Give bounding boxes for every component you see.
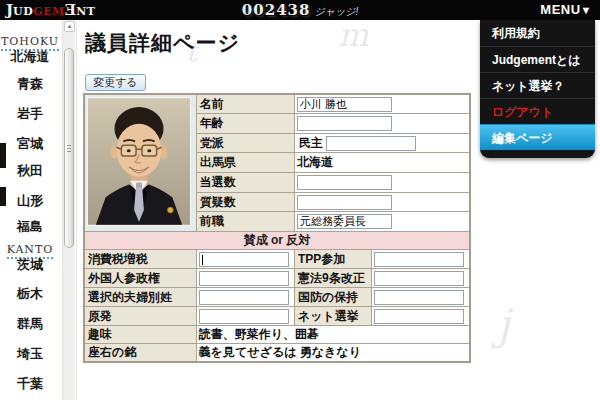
stance-label-net-election: ネット選挙 xyxy=(295,307,372,326)
chevron-down-icon: ▼ xyxy=(581,4,592,16)
sidebar-item-aomori[interactable]: 青森 xyxy=(0,75,60,93)
menu-toggle-label: MENU xyxy=(540,2,580,17)
sidebar-item-saitama[interactable]: 埼玉 xyxy=(0,345,60,363)
separate-surnames-input[interactable] xyxy=(199,290,289,305)
field-label-prefecture: 出馬県 xyxy=(196,153,294,173)
menu-item-terms[interactable]: 利用規約 xyxy=(480,20,595,46)
field-label-name: 名前 xyxy=(196,94,294,114)
party-input[interactable] xyxy=(326,136,416,151)
judge-counter-suffix: ジャッジ! xyxy=(314,6,358,17)
stance-section-header: 賛成 or 反対 xyxy=(84,232,470,250)
watermark-letter: j xyxy=(497,300,510,349)
table-row: 選択的夫婦別姓 国防の保持 xyxy=(84,288,470,307)
edge-mark xyxy=(0,187,6,206)
politician-photo-image xyxy=(87,97,191,226)
sidebar-item-gunma[interactable]: 群馬 xyxy=(0,315,60,333)
consumption-tax-input[interactable] xyxy=(199,252,289,267)
foreign-suffrage-input[interactable] xyxy=(199,271,289,286)
sidebar-item-yamagata[interactable]: 山形 xyxy=(0,192,60,210)
previous-job-input[interactable] xyxy=(297,214,392,229)
menu-toggle[interactable]: MENU▼ xyxy=(540,0,592,20)
page-title: 議員詳細ページ xyxy=(85,29,240,57)
sidebar-item-chiba[interactable]: 千葉 xyxy=(0,375,60,393)
table-row: 名前 xyxy=(84,94,470,114)
field-label-motto: 座右の銘 xyxy=(84,344,196,363)
name-input[interactable] xyxy=(297,97,392,112)
scrollbar-thumb[interactable] xyxy=(64,48,74,248)
stance-label-national-defense: 国防の保持 xyxy=(295,288,372,307)
table-row: 外国人参政権 憲法9条改正 xyxy=(84,269,470,288)
field-label-hobby: 趣味 xyxy=(84,326,196,344)
scrollbar-grip-icon xyxy=(67,148,71,149)
sidebar-item-miyagi[interactable]: 宮城 xyxy=(0,135,60,153)
edge-mark xyxy=(0,143,6,168)
stance-label-tpp: TPP参加 xyxy=(295,250,372,269)
politician-photo xyxy=(84,94,196,232)
dropdown-menu: 利用規約 Judgementとは ネット選挙？ ログアウト 編集ページ xyxy=(480,20,595,158)
field-label-party: 党派 xyxy=(196,133,294,153)
menu-item-about[interactable]: Judgementとは xyxy=(480,46,595,72)
age-input[interactable] xyxy=(297,116,392,131)
table-row: 趣味 読書、野菜作り、囲碁 xyxy=(84,326,470,344)
watermark-letter: m xyxy=(338,16,368,54)
field-label-previous-job: 前職 xyxy=(196,212,294,232)
sidebar-scrollbar[interactable]: ▲ xyxy=(62,20,75,400)
prefecture-value: 北海道 xyxy=(295,153,470,173)
table-row: 座右の銘 義を見てせざるは 勇なきなり xyxy=(84,344,470,363)
judgement-page: { "header": { "logo": { "p1": "J", "p2":… xyxy=(0,0,600,400)
legislator-detail-table: 名前 年齢 党派 民主 出馬県 北海道 当選数 質疑数 前職 賛成 or 反対 … xyxy=(83,93,471,363)
table-row: 原発 ネット選挙 xyxy=(84,307,470,326)
sidebar-item-ibaraki[interactable]: 茨城 xyxy=(0,256,60,274)
party-value: 民主 xyxy=(297,136,326,150)
article9-input[interactable] xyxy=(374,271,464,286)
scroll-up-arrow-icon[interactable]: ▲ xyxy=(64,21,75,32)
stance-label-separate-surnames: 選択的夫婦別姓 xyxy=(84,288,196,307)
elections-won-input[interactable] xyxy=(297,175,392,190)
hobby-value: 読書、野菜作り、囲碁 xyxy=(196,326,470,344)
stance-label-article9: 憲法9条改正 xyxy=(295,269,372,288)
national-defense-input[interactable] xyxy=(374,290,464,305)
content-divider xyxy=(76,20,77,400)
sidebar-item-iwate[interactable]: 岩手 xyxy=(0,105,60,123)
sidebar-region-tohoku: TOHOKU xyxy=(0,35,60,48)
menu-item-logout[interactable]: ログアウト xyxy=(480,98,595,124)
table-row: 消費税増税 TPP参加 xyxy=(84,250,470,269)
menu-item-edit-page[interactable]: 編集ページ xyxy=(480,124,595,150)
sidebar-region-kanto: KANTO xyxy=(0,243,60,256)
field-label-questions: 質疑数 xyxy=(196,192,294,212)
stance-label-nuclear-power: 原発 xyxy=(84,307,196,326)
sidebar-item-akita[interactable]: 秋田 xyxy=(0,162,60,180)
net-election-input[interactable] xyxy=(374,309,464,324)
sidebar-item-tochigi[interactable]: 栃木 xyxy=(0,285,60,303)
questions-input[interactable] xyxy=(297,195,392,210)
menu-item-net-election[interactable]: ネット選挙？ xyxy=(480,72,595,98)
stance-label-consumption-tax: 消費税増税 xyxy=(84,250,196,269)
judge-counter-value: 002438 xyxy=(242,1,311,19)
table-row: 賛成 or 反対 xyxy=(84,232,470,250)
motto-value: 義を見てせざるは 勇なきなり xyxy=(196,344,470,363)
change-button[interactable]: 変更する xyxy=(85,74,146,91)
stance-label-foreign-suffrage: 外国人参政権 xyxy=(84,269,196,288)
field-label-age: 年齢 xyxy=(196,114,294,134)
tpp-input[interactable] xyxy=(374,252,464,267)
field-label-elections-won: 当選数 xyxy=(196,173,294,193)
sidebar-item-fukushima[interactable]: 福島 xyxy=(0,218,60,236)
top-header-bar: JUDGEMƎNT 002438ジャッジ! MENU▼ xyxy=(0,0,600,20)
nuclear-power-input[interactable] xyxy=(199,309,289,324)
judge-counter: 002438ジャッジ! xyxy=(0,0,600,20)
sidebar-item-hokkaido[interactable]: 北海道 xyxy=(0,48,60,66)
prefecture-sidebar: TOHOKU 北海道 青森 岩手 宮城 秋田 山形 福島 KANTO 茨城 栃木… xyxy=(0,20,62,400)
